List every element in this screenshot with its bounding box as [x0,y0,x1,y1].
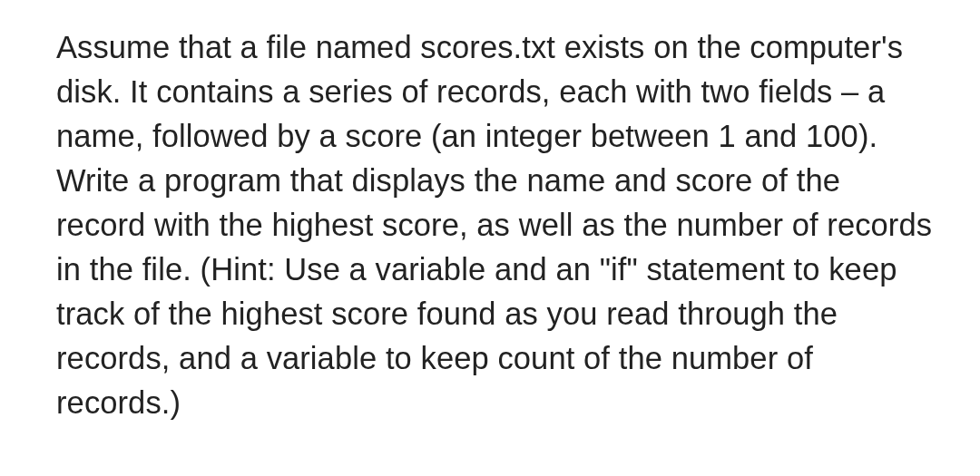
paragraph-2: Write a program that displays the name a… [56,163,932,420]
document-body: Assume that a file named scores.txt exis… [56,25,933,425]
paragraph-1: Assume that a file named scores.txt exis… [56,30,903,153]
